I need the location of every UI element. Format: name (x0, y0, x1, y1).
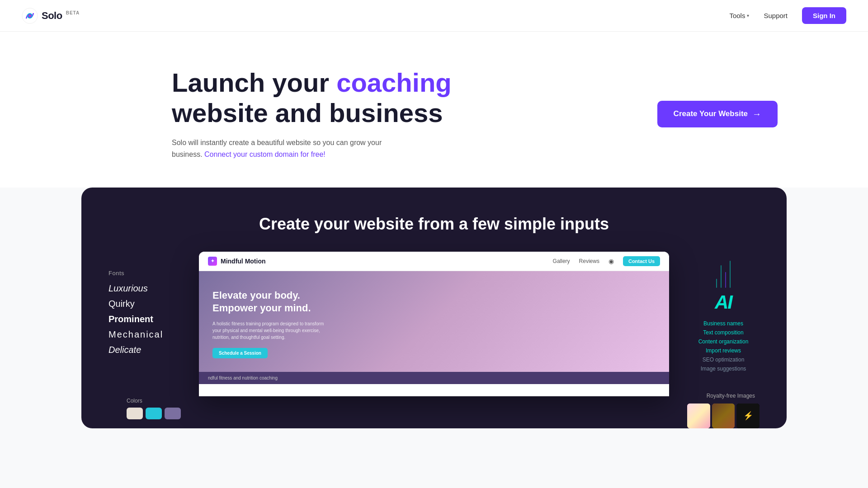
preview-hero: Elevate your body. Empower your mind. A … (199, 271, 669, 372)
dark-section: Create your website from a few simple in… (81, 188, 787, 428)
deco-line-1 (716, 279, 717, 288)
hero-left: Launch your coaching website and busines… (172, 68, 452, 160)
ai-panel: AI Business names Text composition Conte… (687, 252, 760, 428)
deco-lines (716, 261, 731, 288)
ai-label: AI (715, 291, 732, 313)
preview-hero-title: Elevate your body. Empower your mind. (212, 289, 656, 315)
header: Solo BETA Tools ▾ Support Sign In (0, 0, 868, 32)
ai-feature-content-organization: Content organization (698, 338, 749, 345)
ai-feature-image-suggestions: Image suggestions (701, 366, 746, 372)
colors-section: Colors (127, 398, 181, 419)
ai-feature-seo: SEO optimization (703, 357, 745, 363)
preview-nav: ✦ Mindful Motion Gallery Reviews ◉ Conta… (199, 252, 669, 271)
colors-row (127, 408, 181, 419)
preview-hero-content: Elevate your body. Empower your mind. A … (212, 289, 656, 358)
logo-area: Solo BETA (22, 8, 80, 24)
beta-badge: BETA (66, 10, 80, 15)
royalty-image-1 (687, 404, 710, 428)
preview-schedule-button[interactable]: Schedule a Session (212, 348, 268, 358)
font-luxurious: Luxurious (108, 282, 181, 295)
hero-title-prefix: Launch your (172, 68, 336, 97)
cta-button[interactable]: Create Your Website → (657, 101, 778, 127)
royalty-free-section: Royalty-free Images ⚡ (687, 393, 760, 428)
fonts-panel: Fonts Luxurious Quirky Prominent Mechani… (108, 252, 181, 359)
custom-domain-link[interactable]: Connect your custom domain for free! (204, 150, 326, 158)
deco-line-4 (730, 261, 731, 288)
signin-button[interactable]: Sign In (802, 7, 846, 24)
font-delicate: Delicate (108, 343, 181, 356)
svg-point-1 (27, 13, 33, 19)
ai-feature-import-reviews: Import reviews (706, 347, 741, 354)
hero-title-accent: coaching (336, 68, 452, 97)
deco-line-2 (721, 265, 722, 288)
hero-title: Launch your coaching website and busines… (172, 68, 452, 128)
ai-feature-text-composition: Text composition (703, 329, 743, 336)
hero-title-suffix: website and business (172, 98, 443, 127)
font-quirky: Quirky (108, 297, 181, 310)
preview-nav-links: Gallery Reviews ◉ Contact Us (553, 256, 660, 266)
preview-hero-desc: A holistic fitness training program desi… (212, 320, 330, 341)
solo-logo-icon (22, 8, 38, 24)
dark-inner: Fonts Luxurious Quirky Prominent Mechani… (108, 252, 760, 428)
royalty-label: Royalty-free Images (687, 393, 760, 399)
hero-right: Create Your Website → (657, 101, 778, 127)
royalty-image-3: ⚡ (736, 404, 760, 428)
colors-label: Colors (127, 398, 181, 404)
color-swatch-2 (146, 408, 162, 419)
chevron-down-icon: ▾ (747, 13, 749, 18)
preview-bottom-bar: ndful fitness and nutrition coaching (199, 372, 669, 384)
website-preview: ✦ Mindful Motion Gallery Reviews ◉ Conta… (199, 252, 669, 396)
hero-section: Launch your coaching website and busines… (0, 32, 868, 188)
fonts-label: Fonts (108, 270, 181, 277)
hero-subtitle: Solo will instantly create a beautiful w… (172, 137, 389, 160)
preview-nav-gallery: Gallery (553, 258, 570, 264)
logo-text: Solo (42, 10, 62, 22)
ai-feature-business-names: Business names (703, 320, 743, 327)
dark-section-title: Create your website from a few simple in… (108, 215, 760, 234)
color-swatch-1 (127, 408, 143, 419)
font-prominent: Prominent (108, 313, 181, 325)
preview-brand: ✦ Mindful Motion (208, 257, 266, 266)
font-mechanical: Mechanical (108, 328, 181, 341)
royalty-images: ⚡ (687, 404, 760, 428)
royalty-image-2 (712, 404, 735, 428)
instagram-icon: ◉ (609, 258, 614, 265)
deco-line-3 (725, 272, 726, 288)
preview-contact-button[interactable]: Contact Us (623, 256, 660, 266)
arrow-icon: → (752, 109, 761, 119)
preview-brand-icon: ✦ (208, 257, 217, 266)
color-swatch-3 (165, 408, 181, 419)
preview-brand-name: Mindful Motion (221, 258, 266, 265)
main-nav: Tools ▾ Support Sign In (729, 7, 846, 24)
nav-support[interactable]: Support (764, 12, 788, 19)
nav-tools[interactable]: Tools ▾ (729, 12, 749, 19)
preview-nav-reviews: Reviews (579, 258, 599, 264)
